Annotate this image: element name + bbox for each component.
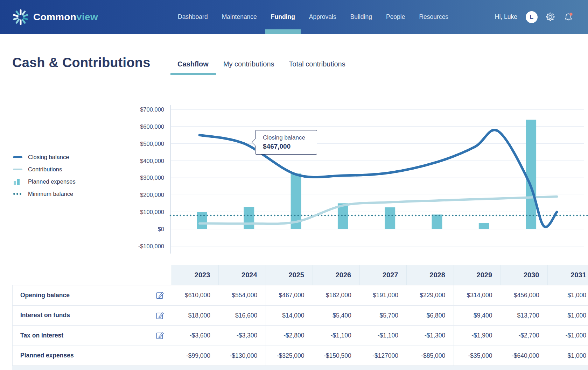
table-row-opening-balance: Opening balance $610,000 $554,000 $467,0… bbox=[12, 285, 588, 305]
row-label: Tax on interest bbox=[20, 332, 63, 339]
column-header-2023: 2023 bbox=[172, 265, 218, 285]
table-row-planned-expenses: Planned expenses -$99,000 -$130,000 -$32… bbox=[12, 346, 588, 366]
column-header-2024: 2024 bbox=[218, 265, 265, 285]
cell-tax-2027: -$1,100 bbox=[360, 326, 407, 346]
tooltip-value: $467,000 bbox=[263, 143, 317, 150]
notifications-button[interactable] bbox=[563, 12, 574, 23]
planned-expenses-bar-2023[interactable] bbox=[197, 212, 207, 229]
cell-planned-expenses-2029: -$35,000 bbox=[454, 346, 500, 366]
planned-expenses-bar-2029[interactable] bbox=[479, 223, 489, 229]
user-greeting: Hi, Luke bbox=[495, 13, 517, 21]
cell-opening-balance-2028: $229,000 bbox=[407, 285, 454, 305]
cell-tax-2031: -$1,000 bbox=[548, 326, 588, 346]
gear-icon bbox=[545, 12, 555, 22]
notification-badge bbox=[569, 13, 572, 15]
nav-item-approvals[interactable]: Approvals bbox=[309, 0, 336, 34]
edit-interest-on-funds-button[interactable] bbox=[155, 311, 164, 320]
cell-interest-2030: $13,700 bbox=[501, 306, 548, 326]
nav-item-building[interactable]: Building bbox=[350, 0, 372, 34]
tab-bar: Cashflow My contributions Total contribu… bbox=[177, 60, 345, 68]
cell-planned-expenses-2026: -$150,500 bbox=[313, 346, 360, 366]
cell-interest-2026: $5,400 bbox=[313, 306, 360, 326]
row-label: Opening balance bbox=[20, 292, 70, 299]
cell-opening-balance-2023: $610,000 bbox=[172, 285, 219, 305]
cell-tax-2026: -$1,100 bbox=[313, 326, 360, 346]
nav-item-people[interactable]: People bbox=[386, 0, 405, 34]
cell-opening-balance-2027: $191,000 bbox=[360, 285, 407, 305]
column-header-2028: 2028 bbox=[406, 265, 453, 285]
tab-cashflow[interactable]: Cashflow bbox=[177, 60, 209, 68]
cell-opening-balance-2031: $1,000 bbox=[548, 285, 588, 305]
cell-planned-expenses-2031: $1,000 bbox=[548, 346, 588, 366]
cell-interest-2031: $1,000 bbox=[548, 306, 588, 326]
y-axis-tick-label: $0 bbox=[158, 226, 164, 232]
cell-tax-2030: -$2,700 bbox=[501, 326, 548, 346]
nav-item-resources[interactable]: Resources bbox=[419, 0, 448, 34]
brand-name: Commonview bbox=[33, 12, 98, 23]
table-row-next-partial bbox=[12, 365, 588, 370]
planned-expenses-bar-2030[interactable] bbox=[526, 120, 536, 229]
cell-opening-balance-2025: $467,000 bbox=[266, 285, 313, 305]
table-row-tax-on-interest: Tax on interest -$3,600 -$3,300 -$2,800 … bbox=[12, 325, 588, 346]
nav-item-dashboard[interactable]: Dashboard bbox=[178, 0, 208, 34]
cell-opening-balance-2029: $314,000 bbox=[454, 285, 500, 305]
column-header-2029: 2029 bbox=[454, 265, 500, 285]
cell-planned-expenses-2030: -$640,000 bbox=[501, 346, 548, 366]
row-label: Interest on funds bbox=[20, 312, 70, 319]
table-row-interest-on-funds: Interest on funds $18,000 $16,600 $14,00… bbox=[12, 305, 588, 326]
cell-tax-2028: -$1,300 bbox=[407, 326, 454, 346]
user-avatar[interactable]: L bbox=[526, 11, 538, 23]
edit-opening-balance-button[interactable] bbox=[155, 291, 164, 300]
cell-interest-2027: $5,700 bbox=[360, 306, 407, 326]
y-axis-tick-label: -$100,000 bbox=[138, 243, 164, 249]
main-nav: Dashboard Maintenance Funding Approvals … bbox=[178, 0, 448, 34]
nav-user-area: Hi, Luke L bbox=[495, 0, 574, 34]
cashflow-table: 2023 2024 2025 2026 2027 2028 2029 2030 … bbox=[12, 265, 588, 370]
cell-interest-2024: $16,600 bbox=[219, 306, 266, 326]
nav-item-funding[interactable]: Funding bbox=[271, 0, 295, 34]
nav-item-maintenance[interactable]: Maintenance bbox=[222, 0, 257, 34]
bell-icon bbox=[564, 12, 573, 22]
row-label-cell: Opening balance bbox=[13, 285, 172, 305]
y-axis-tick-label: $600,000 bbox=[140, 123, 164, 130]
settings-button[interactable] bbox=[545, 12, 556, 23]
cell-planned-expenses-2028: -$85,000 bbox=[407, 346, 454, 366]
planned-expenses-bar-2027[interactable] bbox=[385, 207, 395, 229]
row-label: Planned expenses bbox=[20, 352, 74, 359]
edit-icon bbox=[155, 291, 164, 300]
cell-interest-2023: $18,000 bbox=[172, 306, 219, 326]
cell-planned-expenses-2027: -$127000 bbox=[360, 346, 407, 366]
y-axis-tick-label: $200,000 bbox=[140, 192, 164, 198]
tab-total-contributions[interactable]: Total contributions bbox=[289, 60, 345, 68]
tooltip-label: Closing balance bbox=[263, 134, 317, 141]
edit-icon bbox=[155, 331, 164, 340]
column-header-2025: 2025 bbox=[266, 265, 313, 285]
chart-tooltip: Closing balance $467,000 bbox=[255, 130, 317, 155]
planned-expenses-bar-2028[interactable] bbox=[432, 215, 442, 229]
y-axis-tick-label: $700,000 bbox=[140, 106, 164, 113]
cell-tax-2029: -$1,900 bbox=[454, 326, 500, 346]
edit-tax-on-interest-button[interactable] bbox=[155, 331, 164, 340]
column-header-2031: 2031 bbox=[547, 265, 588, 285]
row-label-cell: Interest on funds bbox=[13, 306, 172, 326]
cell-planned-expenses-2025: -$325,000 bbox=[266, 346, 313, 366]
y-axis-tick-label: $100,000 bbox=[140, 209, 164, 215]
cell-interest-2029: $9,400 bbox=[454, 306, 500, 326]
header-spacer bbox=[12, 265, 172, 285]
column-header-2030: 2030 bbox=[500, 265, 547, 285]
cell-planned-expenses-2023: -$99,000 bbox=[172, 346, 219, 366]
top-navbar: Commonview Dashboard Maintenance Funding… bbox=[0, 0, 588, 34]
y-axis-tick-label: $500,000 bbox=[140, 141, 164, 147]
row-label-cell: Planned expenses bbox=[13, 346, 172, 366]
cell-opening-balance-2026: $182,000 bbox=[313, 285, 360, 305]
brand-logo[interactable]: Commonview bbox=[12, 0, 98, 34]
cashflow-chart-svg: $700,000$600,000$500,000$400,000$300,000… bbox=[0, 98, 588, 259]
y-axis-tick-label: $400,000 bbox=[140, 158, 164, 164]
planned-expenses-bar-2024[interactable] bbox=[244, 207, 254, 229]
cell-planned-expenses-2024: -$130,000 bbox=[219, 346, 266, 366]
tab-my-contributions[interactable]: My contributions bbox=[223, 60, 274, 68]
cell-tax-2025: -$2,800 bbox=[266, 326, 313, 346]
y-axis-tick-label: $300,000 bbox=[140, 175, 164, 181]
cell-opening-balance-2024: $554,000 bbox=[219, 285, 266, 305]
cell-tax-2023: -$3,600 bbox=[172, 326, 219, 346]
